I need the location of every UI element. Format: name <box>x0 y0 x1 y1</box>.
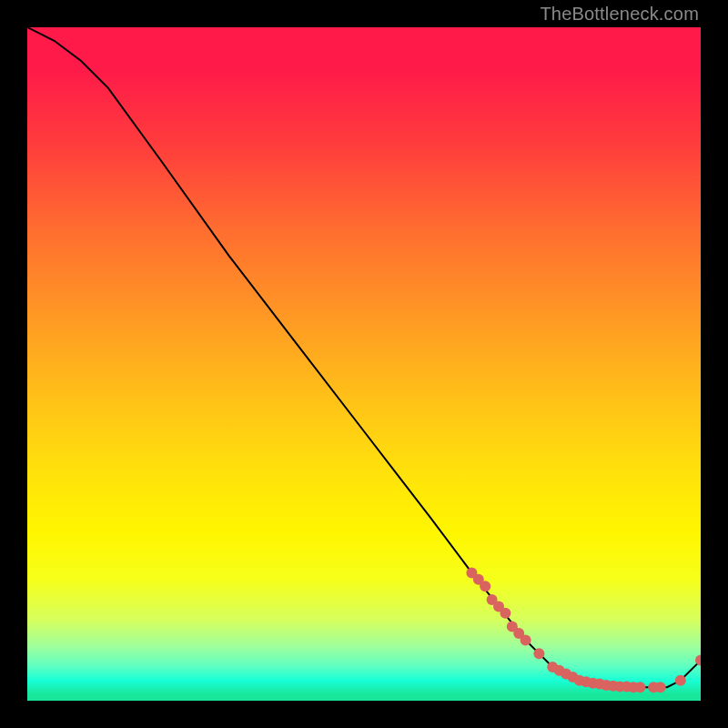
highlight-dot <box>533 648 544 659</box>
attribution-label: TheBottleneck.com <box>540 4 699 25</box>
highlight-dot <box>480 581 490 592</box>
highlight-dot <box>521 634 531 645</box>
plot-area <box>27 27 701 701</box>
dots-layer-svg <box>27 27 701 701</box>
highlight-dot <box>634 682 645 693</box>
highlight-dot <box>500 608 511 619</box>
highlight-dot <box>675 675 686 686</box>
highlight-dot <box>655 682 666 693</box>
highlight-dot <box>695 655 701 666</box>
chart-stage: TheBottleneck.com <box>0 0 728 728</box>
